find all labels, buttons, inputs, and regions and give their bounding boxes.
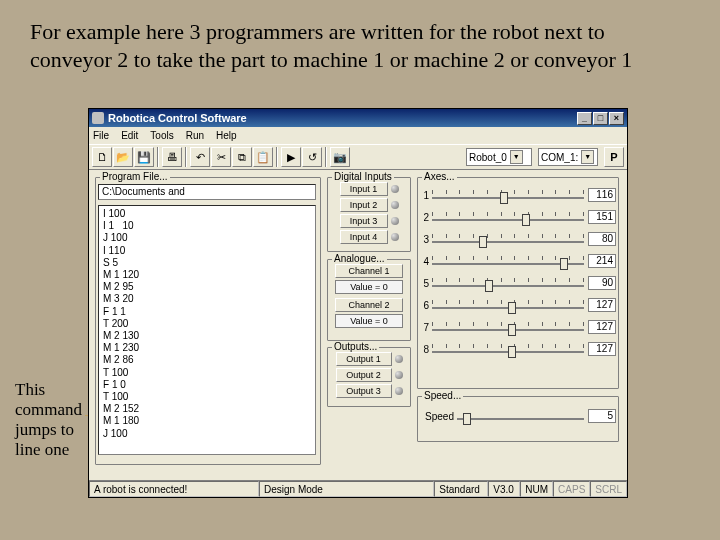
toolbar: 🗋 📂 💾 🖶 ↶ ✂ ⧉ 📋 ▶ ↺ 📷 Robot_0▼ COM_1:▼ P [89, 144, 627, 170]
axis-7-label: 7 [420, 322, 429, 333]
new-icon[interactable]: 🗋 [92, 147, 112, 167]
output-3-led [395, 387, 403, 395]
save-icon[interactable]: 💾 [134, 147, 154, 167]
channel-2-value: Value = 0 [335, 314, 403, 328]
p-button[interactable]: P [604, 147, 624, 167]
maximize-button[interactable]: □ [593, 112, 608, 125]
app-icon [92, 112, 104, 124]
axis-1-slider[interactable] [432, 186, 584, 204]
axis-3-slider[interactable] [432, 230, 584, 248]
axis-4-value: 214 [588, 254, 616, 268]
annotation-text: This command jumps to line one [15, 380, 85, 460]
output-3-button[interactable]: Output 3 [336, 384, 392, 398]
camera-icon[interactable]: 📷 [330, 147, 350, 167]
minimize-button[interactable]: _ [577, 112, 592, 125]
axes-label: Axes... [422, 171, 457, 182]
output-1-led [395, 355, 403, 363]
program-file-field[interactable]: C:\Documents and [98, 184, 316, 200]
app-window: Robotica Control Software _ □ × File Edi… [88, 108, 628, 498]
client-area: Program File... C:\Documents and I 100 I… [93, 171, 623, 479]
analogue-label: Analogue... [332, 253, 387, 264]
axis-7-slider[interactable] [432, 318, 584, 336]
axes-group: Axes... 1 116 2 151 3 80 4 2 [417, 177, 619, 389]
channel-1-button[interactable]: Channel 1 [335, 264, 403, 278]
speed-group: Speed... Speed 5 [417, 396, 619, 442]
play-icon[interactable]: ▶ [281, 147, 301, 167]
axis-4-label: 4 [420, 256, 429, 267]
input-1-button[interactable]: Input 1 [340, 182, 388, 196]
program-group-label: Program File... [100, 171, 170, 182]
com-combo[interactable]: COM_1:▼ [538, 148, 598, 166]
input-4-button[interactable]: Input 4 [340, 230, 388, 244]
status-mode: Design Mode [259, 481, 434, 497]
menubar: File Edit Tools Run Help [89, 127, 627, 144]
axis-3-label: 3 [420, 234, 429, 245]
menu-help[interactable]: Help [216, 130, 237, 141]
open-icon[interactable]: 📂 [113, 147, 133, 167]
robot-combo[interactable]: Robot_0▼ [466, 148, 532, 166]
input-1-led [391, 185, 399, 193]
input-3-button[interactable]: Input 3 [340, 214, 388, 228]
status-num: NUM [520, 481, 553, 497]
undo-icon[interactable]: ↶ [190, 147, 210, 167]
axis-8-label: 8 [420, 344, 429, 355]
input-4-led [391, 233, 399, 241]
input-2-button[interactable]: Input 2 [340, 198, 388, 212]
cut-icon[interactable]: ✂ [211, 147, 231, 167]
close-button[interactable]: × [609, 112, 624, 125]
axis-6-slider[interactable] [432, 296, 584, 314]
channel-2-button[interactable]: Channel 2 [335, 298, 403, 312]
menu-tools[interactable]: Tools [150, 130, 173, 141]
axis-3-value: 80 [588, 232, 616, 246]
digital-inputs-group: Digital Inputs Input 1Input 2Input 3Inpu… [327, 177, 411, 252]
axis-7-value: 127 [588, 320, 616, 334]
window-title: Robotica Control Software [108, 112, 247, 124]
print-icon[interactable]: 🖶 [162, 147, 182, 167]
status-standard: Standard [434, 481, 488, 497]
speed-value: 5 [588, 409, 616, 423]
axis-6-label: 6 [420, 300, 429, 311]
speed-slider[interactable] [457, 407, 584, 425]
program-group: Program File... C:\Documents and I 100 I… [95, 177, 321, 465]
axis-4-slider[interactable] [432, 252, 584, 270]
analogue-group: Analogue... Channel 1 Value = 0 Channel … [327, 259, 411, 341]
titlebar[interactable]: Robotica Control Software _ □ × [89, 109, 627, 127]
statusbar: A robot is connected! Design Mode Standa… [89, 480, 627, 497]
outputs-label: Outputs... [332, 341, 379, 352]
paste-icon[interactable]: 📋 [253, 147, 273, 167]
slide-title: For example here 3 programmers are writt… [30, 18, 690, 73]
axis-8-slider[interactable] [432, 340, 584, 358]
axis-8-value: 127 [588, 342, 616, 356]
status-connected: A robot is connected! [89, 481, 259, 497]
axis-5-label: 5 [420, 278, 429, 289]
axis-5-value: 90 [588, 276, 616, 290]
output-2-button[interactable]: Output 2 [336, 368, 392, 382]
speed-label: Speed... [422, 390, 463, 401]
status-caps: CAPS [553, 481, 590, 497]
menu-run[interactable]: Run [186, 130, 204, 141]
axis-2-value: 151 [588, 210, 616, 224]
output-1-button[interactable]: Output 1 [336, 352, 392, 366]
input-2-led [391, 201, 399, 209]
menu-edit[interactable]: Edit [121, 130, 138, 141]
program-listbox[interactable]: I 100 I 1 10 J 100 I 110 S 5 M 1 120 M 2… [98, 205, 316, 455]
axis-2-slider[interactable] [432, 208, 584, 226]
menu-file[interactable]: File [93, 130, 109, 141]
input-3-led [391, 217, 399, 225]
outputs-group: Outputs... Output 1Output 2Output 3 [327, 347, 411, 407]
output-2-led [395, 371, 403, 379]
speed-inner-label: Speed [420, 411, 454, 422]
step-icon[interactable]: ↺ [302, 147, 322, 167]
channel-1-value: Value = 0 [335, 280, 403, 294]
axis-2-label: 2 [420, 212, 429, 223]
axis-6-value: 127 [588, 298, 616, 312]
status-version: V3.0 [488, 481, 520, 497]
copy-icon[interactable]: ⧉ [232, 147, 252, 167]
status-scrl: SCRL [590, 481, 627, 497]
axis-1-label: 1 [420, 190, 429, 201]
axis-1-value: 116 [588, 188, 616, 202]
axis-5-slider[interactable] [432, 274, 584, 292]
digital-inputs-label: Digital Inputs [332, 171, 394, 182]
